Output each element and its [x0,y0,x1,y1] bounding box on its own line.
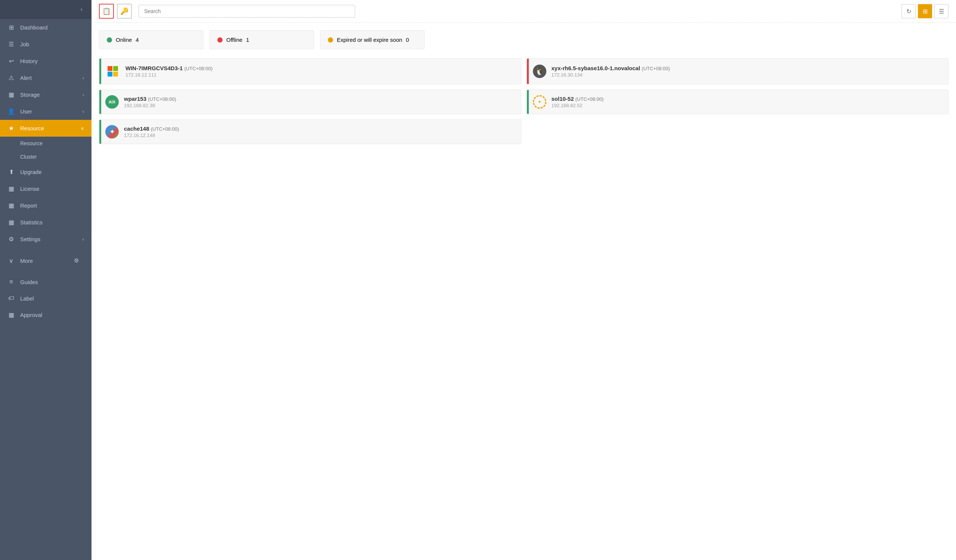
upgrade-icon: ⬆ [8,168,15,176]
sidebar-item-report[interactable]: ▦ Report [0,197,91,214]
resource-view-button[interactable]: 📋 [99,4,114,19]
toolbar-right: ↻ ⊞ ☰ [901,4,948,18]
label-icon: 🏷 [8,295,15,302]
resource-card[interactable]: ✦ sol10-52 (UTC+08:00) 192.168.82.52 [527,89,949,114]
status-row: Online 4 Offline 1 Expired or will expir… [99,30,948,49]
resource-ip: 192.168.82.52 [552,103,943,108]
chevron-icon: ‹ [83,92,84,97]
storage-icon: ▦ [8,91,15,98]
expired-dot [328,37,333,42]
expired-count: 0 [406,36,409,43]
online-dot [107,37,112,42]
sidebar: ‹ ⊞ Dashboard ☰ Job ↩ History ⚠ Alert ‹ … [0,0,91,560]
resource-ip: 172.16.12.148 [124,133,515,138]
offline-label: Offline [226,36,242,43]
sidebar-collapse-button[interactable]: ‹ [78,5,85,14]
chevron-icon: ‹ [83,109,84,114]
sidebar-item-resource[interactable]: ★ Resource ∨ [0,120,91,136]
sidebar-item-label: Settings [20,236,83,242]
sidebar-item-label: More [20,257,69,264]
sidebar-item-label: Guides [20,279,84,285]
status-card-expired[interactable]: Expired or will expire soon 0 [320,30,425,49]
grid-icon: ⊞ [923,8,928,15]
resource-card[interactable]: 🐧 xyx-rh6.5-sybase16.0-1.novalocal (UTC+… [527,58,949,85]
license-icon: ▦ [8,185,15,192]
list-view-button[interactable]: ☰ [934,4,948,18]
resource-grid: WIN-7IMRGCVS4D3-1 (UTC+08:00) 172.16.12.… [99,58,948,144]
sidebar-item-alert[interactable]: ⚠ Alert ‹ [0,69,91,86]
refresh-icon: ↻ [906,8,911,15]
report-icon: ▦ [8,202,15,209]
sidebar-item-storage[interactable]: ▦ Storage ‹ [0,86,91,103]
sidebar-item-label: Storage [20,91,83,98]
job-icon: ☰ [8,41,15,48]
sidebar-item-approval[interactable]: ▦ Approval [0,306,91,323]
sidebar-subitem-label: Resource [20,140,42,146]
sidebar-item-job[interactable]: ☰ Job [0,36,91,53]
resource-info: sol10-52 (UTC+08:00) 192.168.82.52 [552,96,943,108]
status-card-online[interactable]: Online 4 [99,30,203,49]
resource-card[interactable]: AIX wpar153 (UTC+08:00) 192.168.82.38 [99,89,521,114]
search-container [138,5,355,17]
resource-name: xyx-rh6.5-sybase16.0-1.novalocal (UTC+08… [552,65,943,71]
sidebar-item-user[interactable]: 👤 User ‹ [0,103,91,120]
sidebar-item-settings[interactable]: ⚙ Settings ‹ [0,231,91,248]
resource-ip: 192.168.82.38 [124,103,515,108]
sidebar-item-upgrade[interactable]: ⬆ Upgrade [0,163,91,180]
grid-view-button[interactable]: ⊞ [918,4,932,18]
resource-info: xyx-rh6.5-sybase16.0-1.novalocal (UTC+08… [552,65,943,78]
key-icon: 🔑 [120,7,129,15]
gear-icon[interactable]: ⚙ [69,253,84,269]
chevron-icon: ‹ [83,75,84,81]
sidebar-subitem-cluster[interactable]: Cluster [0,150,91,163]
resource-ip: 172.16.12.111 [126,72,515,78]
offline-dot [217,37,223,42]
online-count: 4 [135,36,138,43]
toolbar: 📋 🔑 ↻ ⊞ ☰ [91,0,956,23]
resource-info: wpar153 (UTC+08:00) 192.168.82.38 [124,96,515,108]
sidebar-item-dashboard[interactable]: ⊞ Dashboard [0,19,91,36]
file-icon: 📋 [102,7,110,15]
sidebar-item-guides[interactable]: ≡ Guides [0,274,91,290]
solaris-icon: ✦ [533,95,546,109]
sidebar-item-statistics[interactable]: ▦ Statistics [0,214,91,231]
sidebar-item-label: Label [20,295,84,302]
sidebar-item-label-nav[interactable]: 🏷 Label [0,290,91,306]
sidebar-item-more[interactable]: ∨ More ⚙ [0,248,91,274]
sidebar-subitem-resource[interactable]: Resource [0,136,91,150]
online-label: Online [116,36,132,43]
sidebar-item-history[interactable]: ↩ History [0,53,91,69]
cache-icon: ✦ [105,125,119,138]
chevron-down-icon: ∨ [81,126,84,131]
chevron-icon: ‹ [83,237,84,242]
status-bar [99,90,101,114]
resource-info: cache148 (UTC+08:00) 172.16.12.148 [124,125,515,138]
sidebar-header: ‹ [0,0,91,19]
status-card-offline[interactable]: Offline 1 [209,30,314,49]
key-view-button[interactable]: 🔑 [117,4,132,19]
linux-icon: 🐧 [533,64,546,78]
settings-icon: ⚙ [8,235,15,243]
status-bar [527,90,529,114]
status-bar [99,59,101,84]
sidebar-subitem-label: Cluster [20,154,36,160]
user-icon: 👤 [8,108,15,115]
resource-name: cache148 (UTC+08:00) [124,125,515,132]
statistics-icon: ▦ [8,219,15,226]
search-input[interactable] [138,5,355,17]
sidebar-item-label: Alert [20,75,83,81]
sidebar-item-label: Dashboard [20,24,84,31]
sidebar-item-license[interactable]: ▦ License [0,180,91,197]
history-icon: ↩ [8,58,15,64]
sidebar-item-label: History [20,58,84,64]
sidebar-item-label: License [20,185,84,192]
alert-icon: ⚠ [8,74,15,82]
sidebar-item-label: User [20,108,83,115]
windows-icon [105,64,120,79]
sidebar-item-label: Statistics [20,219,84,226]
sidebar-item-label: Report [20,202,84,209]
sidebar-item-label: Job [20,41,84,47]
resource-card[interactable]: ✦ cache148 (UTC+08:00) 172.16.12.148 [99,119,521,144]
resource-card[interactable]: WIN-7IMRGCVS4D3-1 (UTC+08:00) 172.16.12.… [99,58,521,85]
refresh-button[interactable]: ↻ [901,4,916,18]
